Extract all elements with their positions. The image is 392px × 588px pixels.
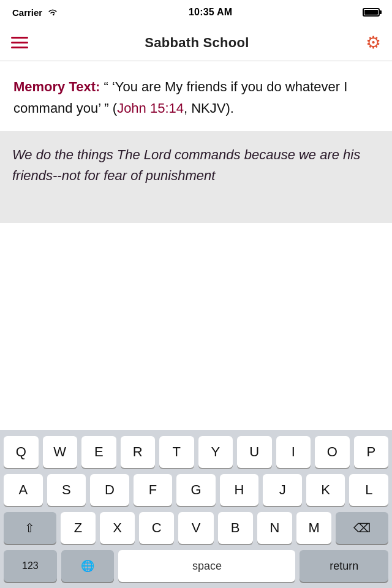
key-h[interactable]: H [220,474,259,506]
key-t[interactable]: T [159,436,194,468]
backspace-icon: ⌫ [353,521,371,535]
key-f[interactable]: F [134,474,173,506]
key-r[interactable]: R [121,436,156,468]
key-p[interactable]: P [354,436,389,468]
status-time: 10:35 AM [189,7,232,18]
keyboard: Q W E R T Y U I O P A S D F G H J K L ⇧ … [0,430,392,588]
shift-key[interactable]: ⇧ [4,512,56,544]
carrier-label: Carrier [12,7,42,18]
wifi-icon [47,8,58,17]
key-w[interactable]: W [43,436,78,468]
key-a[interactable]: A [4,474,43,506]
key-o[interactable]: O [315,436,350,468]
user-text-content: We do the things The Lord commands becau… [12,145,380,186]
memory-text-reference: John 15:14 [117,100,184,116]
keyboard-row-3: ⇧ Z X C V B N M ⌫ [4,512,388,544]
menu-line-2 [11,42,28,43]
key-e[interactable]: E [81,436,116,468]
key-v[interactable]: V [178,512,213,544]
key-j[interactable]: J [263,474,302,506]
key-c[interactable]: C [139,512,174,544]
return-key[interactable]: return [300,550,388,582]
space-key[interactable]: space [118,550,295,582]
key-b[interactable]: B [218,512,253,544]
keyboard-row-1: Q W E R T Y U I O P [4,436,388,468]
key-y[interactable]: Y [198,436,233,468]
battery-fill [364,10,378,15]
key-s[interactable]: S [47,474,86,506]
key-l[interactable]: L [349,474,388,506]
key-x[interactable]: X [100,512,135,544]
key-g[interactable]: G [176,474,216,506]
page-title: Sabbath School [145,35,249,51]
user-text-area[interactable]: We do the things The Lord commands becau… [0,131,392,223]
globe-key[interactable]: 🌐 [61,550,115,582]
key-i[interactable]: I [276,436,311,468]
status-bar: Carrier 10:35 AM [0,0,392,24]
memory-text-suffix: , NKJV). [184,100,234,116]
key-n[interactable]: N [257,512,292,544]
key-d[interactable]: D [90,474,129,506]
battery-container [363,8,380,17]
key-u[interactable]: U [237,436,272,468]
key-q[interactable]: Q [4,436,39,468]
carrier-wifi: Carrier [12,7,58,18]
key-m[interactable]: M [296,512,331,544]
nav-bar: Sabbath School ⚙ [0,24,392,61]
key-z[interactable]: Z [61,512,96,544]
globe-icon: 🌐 [81,559,94,573]
memory-text-label: Memory Text: [13,79,100,94]
keyboard-row-2: A S D F G H J K L [4,474,388,506]
shift-icon: ⇧ [24,521,35,535]
settings-gear-icon[interactable]: ⚙ [366,32,381,53]
hamburger-menu-button[interactable] [11,37,28,48]
backspace-key[interactable]: ⌫ [336,512,388,544]
memory-text-section: Memory Text: “ ‘You are My friends if yo… [0,61,392,131]
keyboard-row-4: 123 🌐 space return [4,550,388,582]
menu-line-3 [11,47,28,48]
menu-line-1 [11,37,28,39]
key-k[interactable]: K [306,474,345,506]
battery-icon [363,8,380,17]
numbers-key[interactable]: 123 [4,550,57,582]
